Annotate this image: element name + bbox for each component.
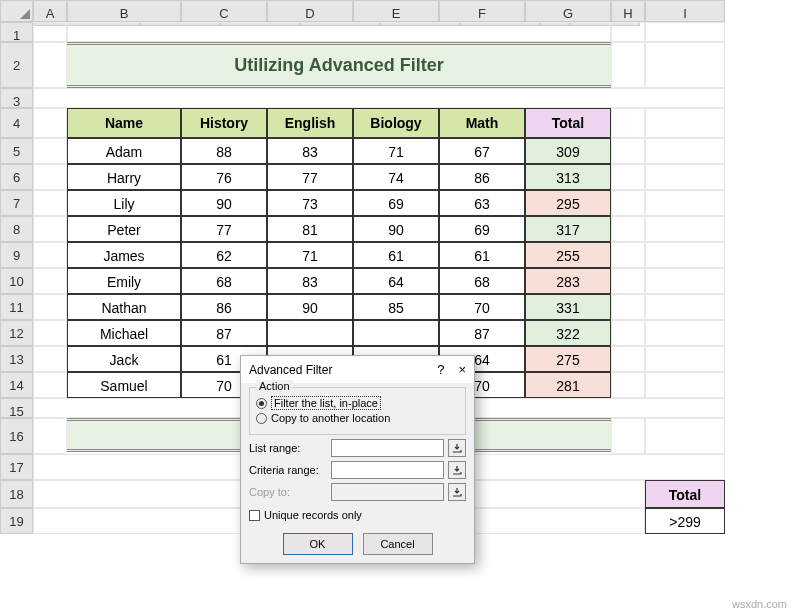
cell[interactable] <box>611 108 645 138</box>
cell-english[interactable]: 83 <box>267 138 353 164</box>
cell-biology[interactable]: 90 <box>353 216 439 242</box>
cell-history[interactable]: 87 <box>181 320 267 346</box>
cell-total[interactable]: 322 <box>525 320 611 346</box>
row-19[interactable]: 19 <box>0 508 33 534</box>
th-english[interactable]: English <box>267 108 353 138</box>
row-3[interactable]: 3 <box>0 88 33 108</box>
cell-total[interactable]: 295 <box>525 190 611 216</box>
cell-english[interactable]: 73 <box>267 190 353 216</box>
help-icon[interactable]: ? <box>437 362 444 377</box>
cell[interactable] <box>645 138 725 164</box>
cell-english[interactable]: 77 <box>267 164 353 190</box>
criteria-range-input[interactable] <box>331 461 444 479</box>
cell[interactable] <box>33 372 67 398</box>
cell-math[interactable]: 68 <box>439 268 525 294</box>
radio-filter-inplace[interactable]: Filter the list, in-place <box>256 396 459 410</box>
cell-biology[interactable]: 69 <box>353 190 439 216</box>
select-all[interactable] <box>0 0 33 22</box>
row-15[interactable]: 15 <box>0 398 33 418</box>
row-5[interactable]: 5 <box>0 138 33 164</box>
cell[interactable] <box>611 216 645 242</box>
cell[interactable] <box>645 42 725 88</box>
row-13[interactable]: 13 <box>0 346 33 372</box>
cell-history[interactable]: 62 <box>181 242 267 268</box>
cell[interactable] <box>33 138 67 164</box>
cell[interactable] <box>611 346 645 372</box>
cell-name[interactable]: Samuel <box>67 372 181 398</box>
unique-records-check[interactable]: Unique records only <box>249 509 466 521</box>
cell-total[interactable]: 309 <box>525 138 611 164</box>
cell-name[interactable]: Harry <box>67 164 181 190</box>
cell-total[interactable]: 275 <box>525 346 611 372</box>
cell[interactable] <box>645 294 725 320</box>
cell-total[interactable]: 331 <box>525 294 611 320</box>
cell[interactable] <box>611 138 645 164</box>
cell[interactable] <box>611 320 645 346</box>
cell-name[interactable]: Jack <box>67 346 181 372</box>
cell[interactable] <box>645 418 725 454</box>
th-total[interactable]: Total <box>525 108 611 138</box>
cell-total[interactable]: 255 <box>525 242 611 268</box>
cell[interactable] <box>645 216 725 242</box>
cell-english[interactable]: 83 <box>267 268 353 294</box>
cell-name[interactable]: Emily <box>67 268 181 294</box>
cell[interactable] <box>611 42 645 88</box>
criteria-range-picker[interactable] <box>448 461 466 479</box>
cell[interactable] <box>33 268 67 294</box>
cell[interactable] <box>611 190 645 216</box>
cell[interactable] <box>611 372 645 398</box>
ok-button[interactable]: OK <box>283 533 353 555</box>
cell[interactable] <box>611 418 645 454</box>
cell-biology[interactable]: 71 <box>353 138 439 164</box>
cell-math[interactable]: 69 <box>439 216 525 242</box>
cell-math[interactable]: 70 <box>439 294 525 320</box>
cell[interactable] <box>33 88 725 108</box>
row-4[interactable]: 4 <box>0 108 33 138</box>
row-10[interactable]: 10 <box>0 268 33 294</box>
cell-history[interactable]: 90 <box>181 190 267 216</box>
cell[interactable] <box>33 294 67 320</box>
row-16[interactable]: 16 <box>0 418 33 454</box>
cell-name[interactable]: Michael <box>67 320 181 346</box>
cell[interactable] <box>33 216 67 242</box>
th-biology[interactable]: Biology <box>353 108 439 138</box>
cell-math[interactable]: 86 <box>439 164 525 190</box>
cell-name[interactable]: Nathan <box>67 294 181 320</box>
cell[interactable] <box>645 346 725 372</box>
cell-history[interactable]: 77 <box>181 216 267 242</box>
cell-biology[interactable]: 85 <box>353 294 439 320</box>
cell[interactable] <box>33 42 67 88</box>
cell[interactable] <box>611 242 645 268</box>
row-18[interactable]: 18 <box>0 480 33 508</box>
col-F[interactable]: F <box>439 0 525 22</box>
row-17[interactable]: 17 <box>0 454 33 480</box>
criteria-header[interactable]: Total <box>645 480 725 508</box>
cell-math[interactable]: 63 <box>439 190 525 216</box>
row-14[interactable]: 14 <box>0 372 33 398</box>
criteria-value[interactable]: >299 <box>645 508 725 534</box>
row-1[interactable]: 1 <box>0 22 33 42</box>
col-C[interactable]: C <box>181 0 267 22</box>
cell[interactable] <box>645 190 725 216</box>
cell-total[interactable]: 313 <box>525 164 611 190</box>
cell-english[interactable]: 90 <box>267 294 353 320</box>
cell[interactable] <box>645 372 725 398</box>
cell[interactable] <box>33 164 67 190</box>
cell[interactable] <box>645 268 725 294</box>
row-6[interactable]: 6 <box>0 164 33 190</box>
cell[interactable] <box>645 164 725 190</box>
cell-english[interactable] <box>267 320 353 346</box>
close-icon[interactable]: × <box>458 362 466 377</box>
list-range-picker[interactable] <box>448 439 466 457</box>
cell[interactable] <box>645 242 725 268</box>
list-range-input[interactable] <box>331 439 444 457</box>
cell[interactable] <box>33 320 67 346</box>
cell-total[interactable]: 283 <box>525 268 611 294</box>
th-history[interactable]: History <box>181 108 267 138</box>
row-11[interactable]: 11 <box>0 294 33 320</box>
row-9[interactable]: 9 <box>0 242 33 268</box>
col-D[interactable]: D <box>267 0 353 22</box>
cell[interactable] <box>33 22 67 42</box>
cell[interactable] <box>33 108 67 138</box>
radio-copy-location[interactable]: Copy to another location <box>256 412 459 424</box>
